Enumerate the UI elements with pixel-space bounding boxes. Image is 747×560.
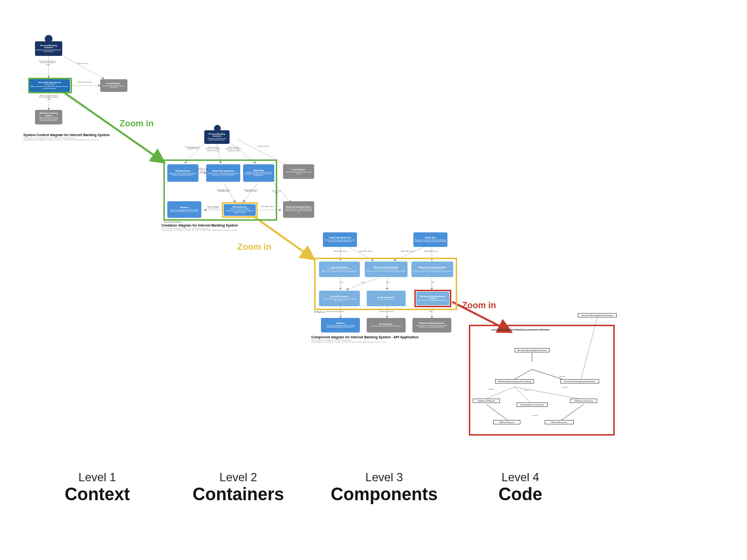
l3-reset: Reset Password Controller[Component: Spr… [365, 262, 408, 277]
l3-mf: Mainframe Banking SystemStores all of th… [412, 318, 451, 332]
l2-person: Personal Banking CustomerA customer of t… [204, 130, 230, 144]
l1-edge-gets: Gets account information from, and makes… [38, 95, 59, 100]
level-3-label: Level 3Components [331, 471, 438, 505]
l3-facade: Mainframe Banking System FacadeA facade … [416, 292, 449, 305]
level-2-label: Level 2Containers [190, 471, 287, 505]
l2-spa: Single-Page ApplicationProvides all of t… [206, 164, 240, 182]
l3-email: E-mail SystemThe internal Microsoft Exch… [367, 318, 406, 332]
l1-person: Personal Banking CustomerA customer of t… [35, 41, 62, 56]
l4-ares: AbstractResponse [545, 420, 574, 424]
level-4-label: Level 4Code [486, 471, 554, 505]
l3-spa: Single-Page ApplicationProvides all of t… [323, 232, 357, 247]
l4-interface: MainframeBankingSystemFacade [515, 348, 550, 352]
l1-mainframe: Mainframe Banking SystemStores all of th… [35, 110, 62, 124]
l2-system-label: Internet Banking System [163, 221, 182, 223]
l4-exception-outer: MainframeBankingSystemException [578, 313, 617, 317]
zoom-label-2: Zoom in [237, 242, 271, 252]
level-1-label: Level 1Context [58, 471, 136, 505]
l3-emailcomp: E-mail ComponentSends e-mails to users. [367, 291, 406, 306]
l3-mobile: Mobile AppProvides a limited subset of t… [413, 232, 447, 247]
l4-exception: MainframeBankingSystemException [560, 379, 599, 384]
l4-conn: BankingSystemConnection [516, 402, 548, 407]
l2-mf: Mainframe Banking SystemStores all of th… [283, 201, 314, 218]
l3-api-label: API Application [314, 311, 326, 313]
l3-accounts: Accounts Summary Controller[Component: S… [411, 262, 453, 277]
l3-sign: Sign In Controller[Component: Spring MVC… [319, 262, 360, 277]
l1-email: E-mail SystemThe internal Microsoft Exch… [100, 79, 127, 92]
l4-gbres: GetBalanceResponse [570, 399, 597, 403]
l2-caption: Container diagram for Internet Banking S… [161, 224, 238, 231]
l2-email: E-mail SystemThe internal Microsoft Exch… [283, 164, 314, 179]
l3-security: Security ComponentProvides functionality… [319, 291, 360, 306]
l4-impl: MainframeBankingSystemFacadeImpl [495, 379, 534, 384]
l1-ibs: Internet Banking System[Software System]… [29, 79, 70, 92]
l2-web: Web ApplicationDelivers the static conte… [167, 164, 198, 182]
l2-api: API Application[Container: Java and Spri… [224, 204, 256, 216]
l2-db: DatabaseStores user registration informa… [167, 201, 201, 218]
zoom-label-1: Zoom in [120, 119, 154, 129]
l1-edge-views: Views account balances, and makes paymen… [38, 61, 57, 66]
l4-gbreq: GetBalanceRequest [473, 399, 500, 403]
l4-areq: AbstractRequest [493, 420, 520, 424]
zoom-label-3: Zoom in [462, 300, 496, 311]
l1-caption: System Context diagram for Internet Bank… [23, 133, 109, 141]
l4-package: com.bigbank.ibs.internetbanking.componen… [491, 329, 550, 331]
l1-edge-send-using: Sends e-mail using [75, 82, 94, 83]
svg-line-1 [60, 54, 104, 79]
l3-db: DatabaseStores user registration informa… [321, 318, 360, 332]
l3-caption: Component diagram for Internet Banking S… [311, 335, 419, 343]
l2-mobile: Mobile AppProvides a limited subset of t… [243, 164, 274, 182]
l1-edge-sends-to: Sends e-mails to [73, 63, 92, 65]
